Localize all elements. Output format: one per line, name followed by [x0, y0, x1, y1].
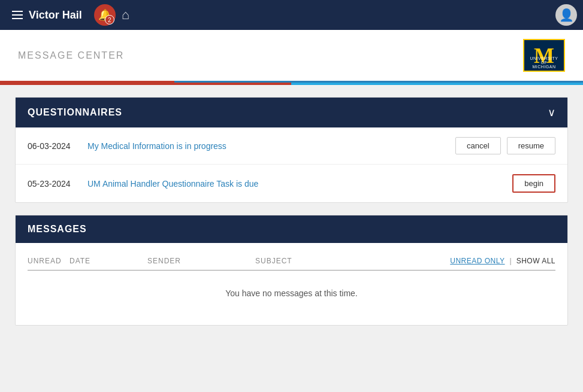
questionnaire-title: My Medical Information is in progress	[87, 141, 455, 151]
questionnaire-date: 06-03-2024	[28, 141, 87, 151]
questionnaires-header[interactable]: QUESTIONNAIRES ∨	[16, 98, 567, 127]
messages-column-headers: UNREAD DATE SENDER SUBJECT UNREAD ONLY |…	[28, 252, 555, 271]
questionnaires-title: QUESTIONNAIRES	[28, 107, 122, 118]
filter-separator: |	[510, 257, 512, 265]
hamburger-icon[interactable]	[12, 11, 23, 19]
profile-icon: 👤	[559, 8, 574, 22]
nav-brand: Victor Hail	[6, 9, 88, 22]
resume-button[interactable]: resume	[507, 137, 555, 154]
messages-filter: UNREAD ONLY | SHOW ALL	[450, 257, 555, 265]
col-subject-header: SUBJECT	[255, 257, 450, 265]
profile-button[interactable]: 👤	[555, 4, 577, 26]
questionnaire-date: 05-23-2024	[28, 179, 87, 189]
notifications-button[interactable]: 🔔 2	[94, 4, 116, 26]
top-navigation: Victor Hail 🔔 2 ⌂ 👤	[0, 0, 583, 30]
messages-table: UNREAD DATE SENDER SUBJECT UNREAD ONLY |…	[16, 243, 567, 325]
main-content: QUESTIONNAIRES ∨ 06-03-2024 My Medical I…	[0, 85, 583, 350]
questionnaire-list: 06-03-2024 My Medical Information is in …	[16, 127, 567, 202]
page-title: MESSAGE CENTER	[18, 50, 124, 61]
col-unread-header: UNREAD	[28, 257, 70, 265]
filter-show-all-button[interactable]: SHOW ALL	[516, 257, 555, 265]
questionnaire-row: 06-03-2024 My Medical Information is in …	[16, 127, 567, 165]
messages-title: MESSAGES	[28, 224, 87, 235]
um-logo: M UNIVERSITYOFMICHIGAN	[523, 39, 565, 72]
nav-icons: 🔔 2 ⌂	[94, 4, 132, 26]
messages-header[interactable]: MESSAGES	[16, 215, 567, 243]
no-messages-text: You have no messages at this time.	[28, 271, 555, 316]
messages-section: MESSAGES UNREAD DATE SENDER SUBJECT UNRE…	[15, 215, 568, 326]
col-sender-header: SENDER	[147, 257, 255, 265]
chevron-down-icon: ∨	[548, 106, 555, 119]
questionnaire-title: UM Animal Handler Questionnaire Task is …	[87, 179, 512, 189]
notification-badge: 2	[105, 15, 114, 25]
page-header: MESSAGE CENTER M UNIVERSITYOFMICHIGAN	[0, 30, 583, 83]
um-logo-text: UNIVERSITYOFMICHIGAN	[524, 56, 564, 69]
filter-unread-only-button[interactable]: UNREAD ONLY	[450, 257, 505, 265]
questionnaire-actions: cancel resume	[455, 137, 555, 154]
questionnaire-actions: begin	[512, 174, 555, 193]
begin-button[interactable]: begin	[512, 174, 555, 193]
questionnaire-row: 05-23-2024 UM Animal Handler Questionnai…	[16, 165, 567, 202]
col-date-header: DATE	[70, 257, 147, 265]
questionnaires-section: QUESTIONNAIRES ∨ 06-03-2024 My Medical I…	[15, 97, 568, 203]
cancel-button[interactable]: cancel	[455, 137, 501, 154]
app-title: Victor Hail	[29, 9, 82, 22]
home-button[interactable]: ⌂	[119, 4, 132, 26]
